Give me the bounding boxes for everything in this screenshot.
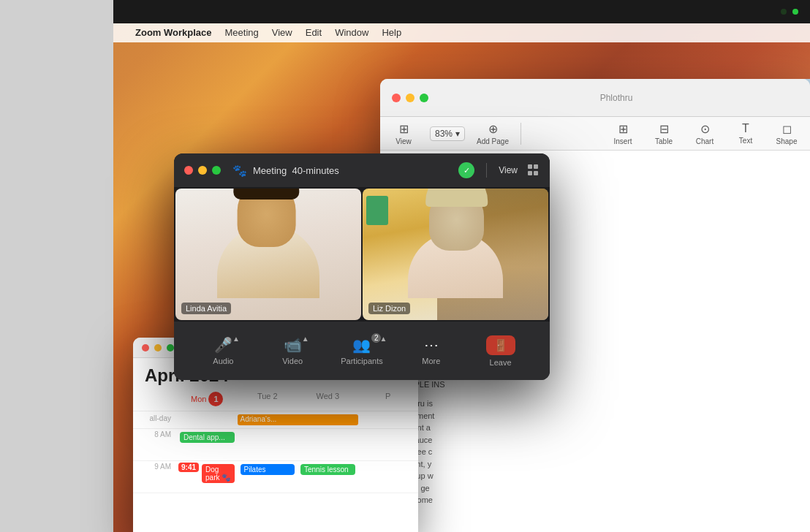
audio-label: Audio bbox=[213, 357, 233, 365]
cal-maximize[interactable] bbox=[167, 344, 174, 352]
zoom-value: 83% bbox=[435, 129, 453, 139]
toolbar-chart-button[interactable]: ⊙ Chart bbox=[690, 122, 719, 145]
event-adriana[interactable]: Adriana's... bbox=[238, 414, 358, 425]
leave-label: Leave bbox=[490, 358, 512, 367]
menu-edit[interactable]: Edit bbox=[306, 27, 322, 38]
dental-col: Dental app... bbox=[177, 429, 238, 460]
leave-control[interactable]: 🚪 Leave bbox=[479, 335, 523, 367]
8am-col2 bbox=[238, 429, 298, 460]
menu-help[interactable]: Help bbox=[382, 27, 401, 38]
chart-label: Chart bbox=[696, 137, 714, 145]
zoom-maximize-button[interactable] bbox=[212, 166, 221, 175]
camera-indicator-1 bbox=[781, 9, 787, 15]
8am-col4 bbox=[358, 429, 419, 460]
participants-icon: 👥 bbox=[352, 336, 371, 354]
pages-titlebar: Phlothru bbox=[380, 79, 810, 117]
insert-icon: ⊞ bbox=[618, 122, 628, 136]
participant-1-name: Linda Avitia bbox=[181, 303, 231, 314]
laptop-bezel bbox=[0, 0, 113, 532]
leave-icon: 🚪 bbox=[493, 338, 508, 352]
pages-maximize-button[interactable] bbox=[420, 94, 428, 102]
time-9am: 9 AM bbox=[133, 461, 177, 493]
zoom-controls-bar: 🎤 ▲ Audio 📹 ▲ Video 👥 2 ▲ Participants ⋯ bbox=[174, 322, 550, 380]
microphone-icon: 🎤 bbox=[214, 336, 232, 354]
participant-2-name: Liz Dizon bbox=[368, 303, 410, 314]
chart-icon: ⊙ bbox=[700, 122, 710, 136]
pages-app-name: Phlothru bbox=[600, 93, 633, 103]
zoom-meeting-title: Meeting 40-minutes bbox=[253, 165, 339, 176]
audio-control[interactable]: 🎤 ▲ Audio bbox=[201, 336, 245, 365]
time-now-badge: 9:41 bbox=[178, 463, 199, 472]
day-header-tue: Tue 2 bbox=[238, 390, 298, 408]
text-label: Text bbox=[739, 137, 752, 145]
menu-view[interactable]: View bbox=[272, 27, 292, 38]
zoom-close-button[interactable] bbox=[184, 166, 193, 175]
zoom-view-button[interactable]: View bbox=[499, 165, 518, 175]
calendar-days-header: Mon 1 Tue 2 Wed 3 P bbox=[133, 390, 418, 411]
video-arrow: ▲ bbox=[302, 335, 309, 343]
zoom-chevron: ▾ bbox=[455, 129, 460, 139]
cal-close[interactable] bbox=[142, 344, 149, 352]
toolbar-text-button[interactable]: T Text bbox=[731, 122, 760, 145]
toolbar-addpage-button[interactable]: ⊕ Add Page bbox=[477, 122, 509, 145]
zoom-paw-icon: 🐾 bbox=[232, 164, 247, 178]
zoom-window: 🐾 Meeting 40-minutes ✓ View Linda Avitia bbox=[174, 153, 550, 380]
toolbar-view-button[interactable]: ⊞ View bbox=[389, 122, 418, 145]
participants-control[interactable]: 👥 2 ▲ Participants bbox=[340, 336, 384, 365]
participant-2-video: Liz Dizon bbox=[363, 189, 548, 320]
event-pilates[interactable]: Pilates bbox=[241, 464, 295, 475]
zoom-control[interactable]: 83% ▾ bbox=[430, 126, 465, 141]
calendar-allday-row: all-day Adriana's... bbox=[133, 411, 418, 429]
zoom-titlebar: 🐾 Meeting 40-minutes ✓ View bbox=[174, 153, 550, 187]
allday-col-mon bbox=[177, 414, 238, 425]
view-icon: ⊞ bbox=[399, 122, 409, 136]
more-icon: ⋯ bbox=[424, 336, 439, 354]
addpage-icon: ⊕ bbox=[488, 122, 498, 136]
participants-label: Participants bbox=[341, 357, 382, 365]
participants-arrow: ▲ bbox=[380, 335, 387, 343]
pages-close-button[interactable] bbox=[392, 94, 401, 102]
time-8am: 8 AM bbox=[133, 429, 177, 460]
participant-1-video: Linda Avitia bbox=[175, 189, 361, 320]
9am-col2: Pilates bbox=[238, 461, 298, 493]
text-icon: T bbox=[742, 122, 749, 135]
event-dental[interactable]: Dental app... bbox=[180, 432, 235, 443]
video-control[interactable]: 📹 ▲ Video bbox=[270, 336, 314, 365]
event-tennis[interactable]: Tennis lesson bbox=[300, 464, 355, 475]
camera-indicator-2 bbox=[792, 9, 798, 15]
day-header-p: P bbox=[358, 390, 419, 408]
zoom-grid-view-icon[interactable] bbox=[528, 164, 540, 176]
9am-col1: 9:41 Dog park 🐾 bbox=[177, 461, 238, 493]
allday-label: all-day bbox=[133, 414, 177, 425]
audio-arrow: ▲ bbox=[232, 335, 240, 343]
time-col-header bbox=[133, 390, 177, 408]
p1-hair bbox=[233, 189, 299, 200]
8am-col3 bbox=[298, 429, 358, 460]
toolbar-insert-button[interactable]: ⊞ Insert bbox=[608, 122, 637, 145]
shape-label: Shape bbox=[776, 137, 798, 145]
cal-minimize[interactable] bbox=[154, 344, 162, 352]
zoom-traffic-lights bbox=[184, 166, 221, 175]
menubar: Zoom Workplace Meeting View Edit Window … bbox=[113, 22, 810, 42]
menu-meeting[interactable]: Meeting bbox=[225, 27, 259, 38]
zoom-minimize-button[interactable] bbox=[198, 166, 207, 175]
view-label: View bbox=[395, 137, 412, 145]
shape-icon: ◻ bbox=[782, 122, 792, 136]
table-icon: ⊟ bbox=[659, 122, 669, 136]
event-dogpark[interactable]: Dog park 🐾 bbox=[202, 464, 234, 483]
zoom-separator bbox=[486, 163, 487, 178]
app-name[interactable]: Zoom Workplace bbox=[135, 27, 212, 38]
time-row-9am: 9 AM 9:41 Dog park 🐾 Pilates Tennis less… bbox=[133, 461, 418, 493]
time-row-8am: 8 AM Dental app... bbox=[133, 429, 418, 461]
insert-label: Insert bbox=[613, 137, 632, 145]
menu-window[interactable]: Window bbox=[335, 27, 368, 38]
camera-area bbox=[113, 0, 810, 23]
toolbar-shape-button[interactable]: ◻ Shape bbox=[772, 122, 801, 145]
day-header-mon: Mon 1 bbox=[177, 390, 238, 408]
more-control[interactable]: ⋯ More bbox=[409, 336, 453, 365]
9am-col3: Tennis lesson bbox=[298, 461, 358, 493]
pages-minimize-button[interactable] bbox=[406, 94, 415, 102]
9am-col4 bbox=[358, 461, 419, 493]
toolbar-table-button[interactable]: ⊟ Table bbox=[649, 122, 678, 145]
leave-button[interactable]: 🚪 bbox=[486, 335, 515, 355]
